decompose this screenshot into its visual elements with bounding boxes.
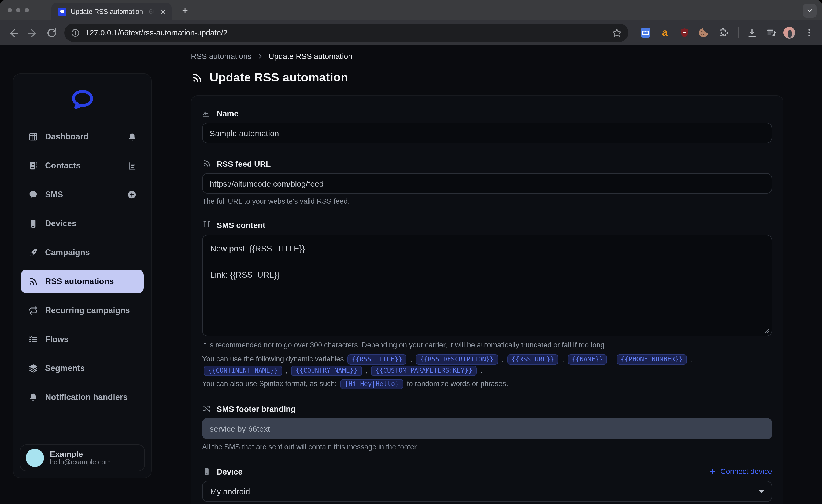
close-window-button[interactable] bbox=[8, 8, 12, 12]
toolbar-divider bbox=[738, 27, 739, 38]
page-title: Update RSS automation bbox=[191, 71, 348, 85]
back-button[interactable] bbox=[8, 27, 19, 39]
bell-icon bbox=[28, 392, 38, 402]
sidebar-item-label: SMS bbox=[45, 190, 63, 199]
notifications-bell-icon[interactable] bbox=[127, 132, 137, 141]
profile-avatar[interactable] bbox=[783, 27, 795, 39]
spintax-prefix: You can also use Spintax format, as such… bbox=[202, 380, 337, 388]
device-select[interactable]: My android bbox=[202, 481, 772, 502]
sidebar: Dashboard Contacts bbox=[13, 73, 152, 478]
media-playlist-icon[interactable] bbox=[765, 27, 777, 39]
name-input[interactable] bbox=[202, 123, 772, 143]
sms-content-label: H SMS content bbox=[202, 219, 772, 230]
device-select-value: My android bbox=[210, 487, 250, 496]
variable-chip: {{PHONE_NUMBER}} bbox=[616, 355, 687, 365]
browser-window: Update RSS automation - 66text ✕ + 127.0… bbox=[0, 0, 822, 504]
extension-cookie-icon[interactable] bbox=[698, 27, 709, 39]
footer-branding-label-text: SMS footer branding bbox=[217, 404, 296, 413]
sidebar-item-rss-automations[interactable]: RSS automations bbox=[21, 270, 144, 293]
resize-grip-icon[interactable] bbox=[765, 328, 770, 334]
chip-separator: , bbox=[364, 366, 370, 374]
sidebar-item-notification-handlers[interactable]: Notification handlers bbox=[21, 386, 144, 409]
site-info-icon[interactable] bbox=[71, 28, 80, 37]
rss-icon bbox=[28, 277, 38, 287]
browser-menu-icon[interactable] bbox=[803, 27, 815, 39]
rocket-icon bbox=[28, 247, 38, 258]
sidebar-item-segments[interactable]: Segments bbox=[21, 357, 144, 380]
footer-branding-helper: All the SMS that are sent out will conta… bbox=[202, 442, 772, 452]
sidebar-item-dashboard[interactable]: Dashboard bbox=[21, 125, 144, 148]
rss-title-icon bbox=[191, 72, 203, 83]
extension-ruler-icon[interactable] bbox=[640, 27, 652, 39]
sms-content-textarea[interactable]: New post: {{RSS_TITLE}} Link: {{RSS_URL}… bbox=[202, 235, 772, 336]
url-text: 127.0.0.1/66text/rss-automation-update/2 bbox=[85, 28, 612, 37]
user-card[interactable]: Example hello@example.com bbox=[20, 445, 145, 471]
breadcrumb-current: Update RSS automation bbox=[269, 52, 353, 61]
reload-button[interactable] bbox=[46, 27, 58, 39]
sidebar-nav: Dashboard Contacts bbox=[13, 125, 151, 415]
name-label-text: Name bbox=[217, 109, 239, 118]
tab-search-chevron-icon[interactable] bbox=[803, 4, 817, 18]
shuffle-icon bbox=[202, 404, 211, 413]
sidebar-item-sms[interactable]: SMS bbox=[21, 183, 144, 206]
browser-toolbar: 127.0.0.1/66text/rss-automation-update/2… bbox=[0, 20, 822, 45]
page-content: Dashboard Contacts bbox=[0, 45, 822, 504]
dynamic-variables-helper: You can use the following dynamic variab… bbox=[202, 353, 772, 376]
contacts-card-icon bbox=[28, 160, 38, 171]
rss-small-icon bbox=[202, 159, 211, 168]
layers-icon bbox=[28, 363, 38, 374]
breadcrumb: RSS automations Update RSS automation bbox=[191, 52, 352, 61]
sidebar-item-flows[interactable]: Flows bbox=[21, 328, 144, 351]
new-tab-button[interactable]: + bbox=[179, 5, 191, 17]
sidebar-item-contacts[interactable]: Contacts bbox=[21, 154, 144, 177]
breadcrumb-parent[interactable]: RSS automations bbox=[191, 52, 252, 61]
sidebar-item-label: Contacts bbox=[45, 161, 81, 170]
sms-footer-branding-input[interactable] bbox=[202, 418, 772, 439]
rss-url-label-text: RSS feed URL bbox=[217, 159, 271, 168]
connect-device-label: Connect device bbox=[720, 467, 772, 476]
device-label: Device bbox=[202, 466, 243, 477]
app-logo-icon[interactable] bbox=[13, 74, 151, 125]
extension-amazon-icon[interactable]: a bbox=[659, 27, 671, 39]
bookmark-star-icon[interactable] bbox=[612, 28, 622, 38]
minimize-window-button[interactable] bbox=[16, 8, 20, 12]
browser-tab[interactable]: Update RSS automation - 66text ✕ bbox=[51, 3, 171, 20]
sidebar-footer: Example hello@example.com bbox=[13, 439, 151, 478]
variables-prefix: You can use the following dynamic variab… bbox=[202, 355, 346, 363]
rss-feed-url-input[interactable] bbox=[202, 173, 772, 193]
variable-chip: {{RSS_URL}} bbox=[507, 355, 558, 365]
connect-device-button[interactable]: Connect device bbox=[709, 467, 772, 476]
sidebar-item-recurring-campaigns[interactable]: Recurring campaigns bbox=[21, 299, 144, 322]
chip-separator: , bbox=[408, 355, 414, 363]
sidebar-item-campaigns[interactable]: Campaigns bbox=[21, 241, 144, 264]
sidebar-item-devices[interactable]: Devices bbox=[21, 212, 144, 235]
chip-separator: , bbox=[499, 355, 506, 363]
sidebar-item-label: Dashboard bbox=[45, 132, 88, 141]
sidebar-item-label: Segments bbox=[45, 364, 85, 373]
sms-add-icon[interactable] bbox=[127, 190, 137, 199]
maximize-window-button[interactable] bbox=[25, 8, 29, 12]
chip-separator: , bbox=[284, 366, 290, 374]
select-caret-icon bbox=[759, 490, 764, 493]
device-label-text: Device bbox=[217, 467, 243, 476]
forward-button[interactable] bbox=[27, 27, 39, 39]
downloads-icon[interactable] bbox=[746, 27, 758, 39]
sms-length-helper: It is recommended not to go over 300 cha… bbox=[202, 341, 772, 350]
variable-chip: {{CONTINENT_NAME}} bbox=[204, 366, 282, 376]
spintax-chip: {Hi|Hey|Hello} bbox=[340, 379, 403, 389]
tab-close-icon[interactable]: ✕ bbox=[160, 8, 166, 15]
heading-icon: H bbox=[202, 220, 211, 229]
url-bar[interactable]: 127.0.0.1/66text/rss-automation-update/2 bbox=[64, 24, 629, 42]
spintax-suffix: to randomize words or phrases. bbox=[407, 380, 508, 388]
variable-chip: {{RSS_DESCRIPTION}} bbox=[416, 355, 498, 365]
window-controls[interactable] bbox=[8, 8, 29, 12]
contacts-chart-icon[interactable] bbox=[127, 161, 137, 170]
chip-separator: , bbox=[689, 355, 693, 363]
chip-separator: . bbox=[478, 366, 482, 374]
extension-adblock-icon[interactable] bbox=[678, 27, 690, 39]
tab-strip: Update RSS automation - 66text ✕ + bbox=[0, 0, 822, 20]
smartphone-icon bbox=[28, 218, 38, 229]
tab-favicon-icon bbox=[58, 7, 66, 16]
extensions-puzzle-icon[interactable] bbox=[718, 27, 729, 39]
sms-content-label-text: SMS content bbox=[217, 220, 266, 229]
